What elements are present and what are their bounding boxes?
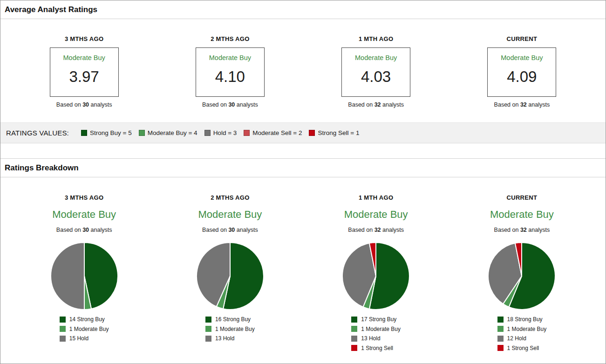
period-label: 2 MTHS AGO: [157, 194, 303, 201]
pie-slice-hold: [51, 243, 84, 310]
rating-box: Moderate Buy 3.97: [50, 47, 119, 97]
based-on-suffix: analysts: [381, 227, 404, 233]
average-analyst-ratings-section: Average Analyst Ratings 3 MTHS AGO Moder…: [0, 0, 606, 143]
pie-legend-row: 1 Moderate Buy: [497, 326, 547, 332]
ratings-value-item: Moderate Sell = 2: [244, 129, 302, 136]
breakdown-column: 3 MTHS AGOModerate BuyBased on 30 analys…: [11, 194, 157, 354]
based-on-text: Based on 32 analysts: [449, 227, 595, 233]
ratings-value-item: Strong Sell = 1: [309, 129, 359, 136]
consensus-label: Moderate Buy: [50, 54, 118, 61]
ratings-value-item-label: Strong Sell = 1: [318, 129, 359, 136]
rating-box: Moderate Buy 4.09: [487, 47, 556, 97]
legend-swatch-icon: [497, 317, 504, 323]
pie-legend-row: 1 Strong Sell: [351, 345, 401, 351]
pie-legend-label: 16 Strong Buy: [215, 316, 251, 323]
pie-legend-label: 12 Hold: [507, 335, 526, 342]
average-ratings-columns: 3 MTHS AGO Moderate Buy 3.97 Based on 30…: [0, 19, 606, 122]
rating-value: 3.97: [50, 69, 118, 84]
pie-legend-row: 1 Strong Sell: [497, 345, 547, 351]
analyst-count: 30: [228, 227, 235, 233]
pie-legend-label: 1 Moderate Buy: [507, 326, 547, 332]
consensus-label: Moderate Buy: [342, 54, 410, 61]
legend-swatch-icon: [60, 326, 66, 332]
period-label: CURRENT: [449, 194, 595, 201]
based-on-prefix: Based on: [56, 101, 82, 108]
pie-legend: 18 Strong Buy1 Moderate Buy12 Hold1 Stro…: [497, 316, 547, 354]
legend-swatch-icon: [205, 326, 211, 332]
based-on-prefix: Based on: [348, 227, 374, 233]
consensus-label: Moderate Buy: [303, 209, 449, 221]
ratings-breakdown-section: Ratings Breakdown 3 MTHS AGOModerate Buy…: [0, 158, 606, 354]
legend-swatch-icon: [497, 326, 504, 332]
based-on-text: Based on 30 analysts: [11, 227, 157, 233]
legend-swatch-icon: [351, 317, 357, 323]
period-label: CURRENT: [449, 35, 595, 42]
period-label: 2 MTHS AGO: [157, 35, 303, 42]
pie-legend-row: 1 Moderate Buy: [205, 326, 255, 332]
section-gap: [0, 143, 606, 158]
rating-box: Moderate Buy 4.03: [341, 47, 410, 97]
pie-chart-svg: [49, 241, 119, 311]
based-on-text: Based on 32 analysts: [303, 101, 449, 108]
pie-chart: [157, 241, 303, 309]
pie-legend-label: 13 Hold: [361, 335, 380, 342]
based-on-prefix: Based on: [494, 101, 520, 108]
based-on-suffix: analysts: [89, 101, 112, 108]
based-on-prefix: Based on: [202, 227, 228, 233]
average-column-3mths: 3 MTHS AGO Moderate Buy 3.97 Based on 30…: [11, 35, 157, 122]
based-on-suffix: analysts: [235, 227, 258, 233]
rating-value: 4.09: [488, 69, 556, 84]
based-on-suffix: analysts: [89, 227, 112, 233]
period-label: 1 MTH AGO: [303, 194, 449, 201]
period-label: 3 MTHS AGO: [11, 35, 157, 42]
based-on-text: Based on 32 analysts: [449, 101, 595, 108]
pie-legend-row: 18 Strong Buy: [497, 316, 547, 323]
pie-legend: 14 Strong Buy1 Moderate Buy15 Hold: [60, 316, 109, 345]
pie-chart-svg: [195, 241, 265, 311]
pie-legend-label: 1 Moderate Buy: [361, 326, 401, 332]
pie-chart: [449, 241, 595, 309]
based-on-suffix: analysts: [527, 227, 550, 233]
legend-swatch-icon: [204, 130, 211, 136]
pie-legend-label: 18 Strong Buy: [507, 316, 543, 323]
breakdown-column: CURRENTModerate BuyBased on 32 analysts1…: [449, 194, 595, 354]
ratings-value-item-label: Moderate Sell = 2: [252, 129, 302, 136]
based-on-suffix: analysts: [381, 101, 404, 108]
legend-swatch-icon: [81, 130, 87, 136]
legend-swatch-icon: [309, 130, 315, 136]
pie-chart: [11, 241, 157, 309]
consensus-label: Moderate Buy: [196, 54, 264, 61]
legend-swatch-icon: [351, 345, 357, 351]
legend-swatch-icon: [205, 336, 211, 342]
pie-legend-label: 1 Strong Sell: [507, 345, 539, 351]
ratings-values-legend-bar: RATINGS VALUES: Strong Buy = 5Moderate B…: [0, 122, 606, 143]
average-column-1mth: 1 MTH AGO Moderate Buy 4.03 Based on 32 …: [303, 35, 449, 122]
legend-swatch-icon: [351, 336, 357, 342]
based-on-prefix: Based on: [202, 101, 228, 108]
pie-legend-label: 13 Hold: [215, 335, 234, 342]
pie-legend-label: 1 Moderate Buy: [215, 326, 255, 332]
legend-swatch-icon: [351, 326, 357, 332]
average-column-2mths: 2 MTHS AGO Moderate Buy 4.10 Based on 30…: [157, 35, 303, 122]
legend-swatch-icon: [60, 317, 66, 323]
pie-legend-row: 16 Strong Buy: [205, 316, 255, 323]
ratings-values-label: RATINGS VALUES:: [6, 129, 69, 137]
pie-legend-row: 12 Hold: [497, 335, 547, 342]
rating-value: 4.10: [196, 69, 264, 84]
pie-legend: 16 Strong Buy1 Moderate Buy13 Hold: [205, 316, 255, 345]
ratings-value-item-label: Strong Buy = 5: [90, 129, 132, 136]
analyst-count: 32: [520, 101, 527, 108]
legend-swatch-icon: [497, 345, 504, 351]
ratings-value-item-label: Hold = 3: [213, 129, 237, 136]
consensus-label: Moderate Buy: [449, 209, 595, 221]
period-label: 3 MTHS AGO: [11, 194, 157, 201]
consensus-label: Moderate Buy: [11, 209, 157, 221]
pie-legend-label: 17 Strong Buy: [361, 316, 396, 323]
pie-legend-label: 1 Moderate Buy: [69, 326, 109, 332]
legend-swatch-icon: [60, 336, 66, 342]
average-ratings-title: Average Analyst Ratings: [0, 0, 606, 19]
based-on-prefix: Based on: [348, 101, 374, 108]
analyst-count: 32: [374, 227, 381, 233]
based-on-text: Based on 30 analysts: [157, 101, 303, 108]
analyst-count: 32: [374, 101, 381, 108]
